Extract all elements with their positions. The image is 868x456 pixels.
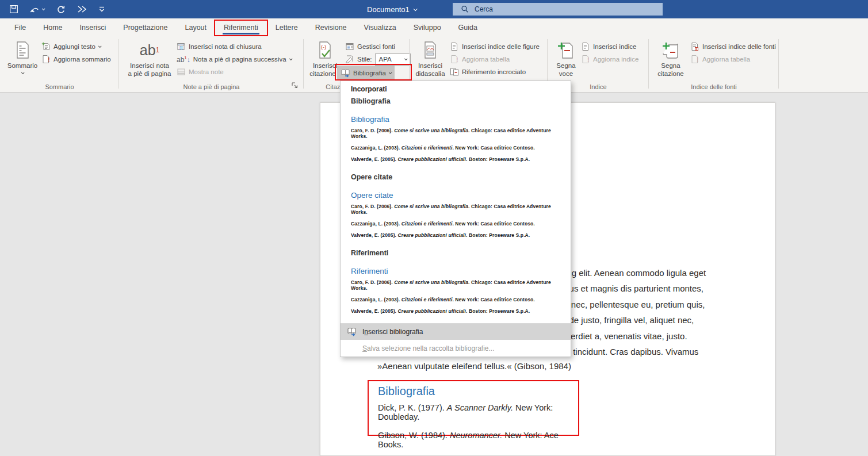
segna-voce-button[interactable]: Segna voce — [551, 38, 581, 78]
ribbon-tabs: File Home Inserisci Progettazione Layout… — [0, 18, 868, 36]
tab-sviluppo[interactable]: Sviluppo — [405, 18, 450, 36]
add-text-icon — [41, 42, 51, 51]
svg-text:(-): (-) — [321, 44, 326, 50]
inserisci-indice-fonti-button[interactable]: Inserisci indice delle fonti — [690, 40, 776, 53]
bibliography-heading: Bibliografia — [378, 385, 578, 398]
save-button[interactable] — [9, 5, 18, 14]
svg-text:!: ! — [697, 56, 699, 63]
inserisci-indice-button[interactable]: Inserisci indice — [581, 40, 636, 53]
aggiungi-testo-button[interactable]: Aggiungi testo — [41, 40, 101, 53]
aggiorna-indice-button: ! Aggiorna indice — [581, 53, 638, 66]
group-label-indice-fonti: Indice delle fonti — [649, 83, 779, 90]
svg-text:!: ! — [456, 56, 458, 63]
bibliografia-button[interactable]: Bibliografia — [337, 66, 395, 80]
chevron-down-icon — [98, 44, 102, 48]
group-sommario: Sommario Aggiungi testo ! Aggiorna somma… — [0, 36, 119, 92]
toc-icon — [14, 40, 31, 60]
gallery-item-bibliografia[interactable]: Bibliografia Bibliografia Caro, F. D. (2… — [351, 97, 564, 168]
insert-index-icon — [581, 42, 590, 51]
redo-icon — [56, 5, 66, 14]
stile-row: Stile: APA — [345, 53, 411, 66]
bibliography-icon — [341, 68, 350, 78]
document-title: Documento1 — [367, 5, 410, 14]
bibliografia-gallery-dropdown: Incorporati Bibliografia Bibliografia Ca… — [340, 81, 571, 357]
document-quote: »Aenean vulputate eleifend tellus.« (Gib… — [377, 361, 571, 371]
customize-qat-button[interactable] — [99, 6, 105, 13]
qat-customize-icon — [99, 6, 105, 13]
sommario-button[interactable]: Sommario — [6, 38, 39, 74]
tab-layout[interactable]: Layout — [176, 18, 215, 36]
aggiorna-sommario-button[interactable]: ! Aggiorna sommario — [41, 53, 111, 66]
double-arrow-icon — [77, 5, 87, 13]
style-select[interactable]: APA — [375, 53, 411, 66]
chevron-down-icon — [404, 57, 407, 60]
mark-citation-icon — [661, 40, 680, 60]
group-label-note: Note a piè di pagina — [119, 83, 304, 90]
endnote-icon: [i] — [177, 42, 186, 51]
tab-progettazione[interactable]: Progettazione — [114, 18, 176, 36]
nota-successiva-button[interactable]: ab1↓ Nota a piè di pagina successiva — [177, 53, 292, 66]
insert-toa-icon — [690, 42, 699, 51]
undo-button[interactable] — [30, 5, 44, 14]
cross-reference-icon — [450, 67, 459, 76]
group-note: ab1 Inserisci nota a piè di pagina [i] I… — [119, 36, 304, 92]
tab-inserisci[interactable]: Inserisci — [71, 18, 115, 36]
search-icon — [461, 5, 469, 13]
chevron-down-icon — [413, 7, 417, 11]
riferimento-incrociato-button[interactable]: Riferimento incrociato — [450, 66, 526, 78]
insert-citation-icon: (-) — [316, 40, 334, 60]
gallery-header: Incorporati — [351, 85, 387, 93]
bibliography-entry: Dick, P. K. (1977). A Scanner Darkly. Ne… — [378, 403, 578, 421]
tab-visualizza[interactable]: Visualizza — [355, 18, 405, 36]
update-toa-icon: ! — [690, 55, 699, 64]
tab-guida[interactable]: Guida — [450, 18, 486, 36]
search-input[interactable] — [475, 5, 647, 13]
dropdown-menu: Inserisci bibliografia Salva selezione n… — [341, 323, 571, 357]
group-label-sommario: Sommario — [0, 83, 119, 90]
update-toc-icon: ! — [41, 55, 51, 64]
salva-selezione-menu-item: Salva selezione nella raccolta bibliogra… — [341, 340, 571, 357]
document-bibliography-annotated: Bibliografia Dick, P. K. (1977). A Scann… — [368, 380, 579, 436]
gestisci-fonti-button[interactable]: Gestisci fonti — [345, 40, 395, 53]
active-tab-underline — [223, 33, 259, 35]
inserisci-didascalia-button[interactable]: Inserisci didascalia — [413, 38, 448, 78]
gallery-item-riferimenti[interactable]: Riferimenti Riferimenti Caro, F. D. (200… — [351, 249, 564, 320]
svg-text:!: ! — [48, 56, 50, 63]
tab-home[interactable]: Home — [35, 18, 71, 36]
mostra-note-button: Mostra note — [177, 66, 224, 78]
search-box[interactable] — [453, 3, 663, 16]
inserisci-bibliografia-menu-item[interactable]: Inserisci bibliografia — [341, 324, 571, 340]
tab-lettere[interactable]: Lettere — [267, 18, 307, 36]
segna-citazione-button[interactable]: Segna citazione — [653, 38, 688, 78]
update-index-icon: ! — [581, 55, 590, 64]
insert-bibliography-icon — [347, 327, 357, 336]
dialog-launcher-icon[interactable] — [291, 82, 299, 90]
insert-caption-icon — [422, 40, 439, 60]
gallery-item-opere-citate[interactable]: Opere citate Opere citate Caro, F. D. (2… — [351, 173, 564, 244]
chevron-down-icon — [389, 71, 392, 74]
footnote-icon: ab1 — [140, 40, 160, 60]
document-title-menu[interactable]: Documento1 — [367, 0, 416, 18]
indice-figure-button[interactable]: Inserisci indice delle figure — [450, 40, 540, 53]
svg-text:!: ! — [587, 56, 590, 63]
mark-entry-icon — [557, 40, 575, 60]
title-bar: Documento1 — [0, 0, 868, 18]
manage-sources-icon — [345, 42, 354, 51]
forward-button[interactable] — [77, 5, 87, 13]
tab-file[interactable]: File — [6, 18, 35, 36]
update-table-icon: ! — [450, 55, 459, 64]
quick-access-toolbar — [9, 0, 105, 18]
save-icon — [9, 5, 18, 14]
redo-button[interactable] — [56, 5, 66, 14]
inserisci-nota-button[interactable]: ab1 Inserisci nota a piè di pagina — [125, 38, 174, 78]
bibliography-entry: Gibson, W. (1984). Neuromancer. New York… — [378, 431, 578, 449]
undo-icon — [30, 5, 40, 14]
style-icon — [345, 55, 354, 64]
tab-riferimenti[interactable]: Riferimenti — [215, 18, 267, 36]
tab-revisione[interactable]: Revisione — [307, 18, 355, 36]
aggiorna-tabella-button: ! Aggiorna tabella — [450, 53, 510, 66]
next-footnote-icon: ab1↓ — [177, 55, 190, 64]
group-divider — [778, 39, 779, 89]
svg-text:[i]: [i] — [179, 45, 183, 50]
nota-di-chiusura-button[interactable]: [i] Inserisci nota di chiusura — [177, 40, 262, 53]
